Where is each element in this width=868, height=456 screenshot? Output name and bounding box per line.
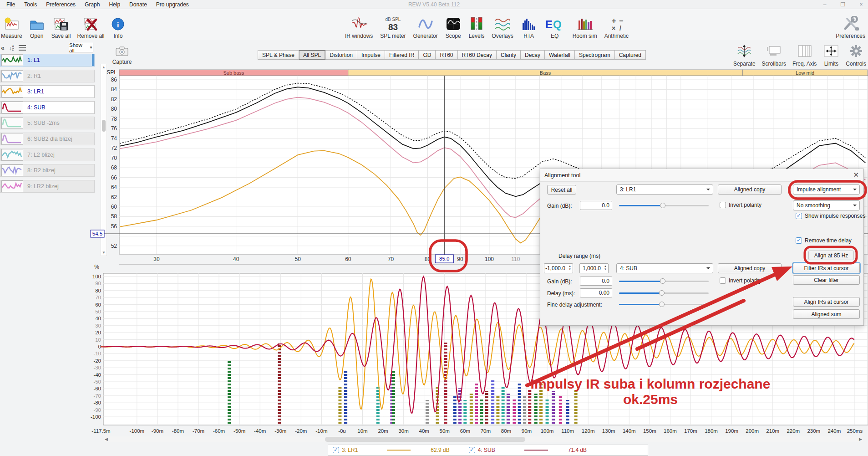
toolbar-overlays-button[interactable]: Overlays xyxy=(492,12,513,39)
toolbar-remove-all-button[interactable]: Remove all xyxy=(77,12,104,39)
menu-tools[interactable]: Tools xyxy=(20,1,41,8)
list-menu-icon[interactable] xyxy=(19,45,26,51)
tab-captured[interactable]: Captured xyxy=(615,50,646,60)
menu-help[interactable]: Help xyxy=(104,1,125,8)
svg-text:58: 58 xyxy=(111,213,117,220)
menu-preferences[interactable]: Preferences xyxy=(41,1,80,8)
filter-irs-at-cursor-button[interactable]: Filter IRs at cursor xyxy=(793,263,860,273)
clear-filter-button[interactable]: Clear filter xyxy=(793,275,860,285)
tab-impulse[interactable]: Impulse xyxy=(357,50,385,60)
toolbar-ir-windows-button[interactable]: IR windows xyxy=(345,12,373,39)
measurement-list-scrollbar[interactable]: ▲ ▼ xyxy=(101,64,107,256)
scroll-right-icon[interactable]: ▶ xyxy=(859,437,862,441)
tab-rt60[interactable]: RT60 xyxy=(436,50,457,60)
tab-decay[interactable]: Decay xyxy=(521,50,545,60)
toolbar-rta-button[interactable]: RTA xyxy=(521,12,537,39)
measurement-label: 3: LR1 xyxy=(27,88,44,95)
measurement-item-1[interactable]: 1: L1 xyxy=(0,54,95,67)
smoothing-select[interactable]: No smoothing xyxy=(793,200,860,210)
aligned-sum-button[interactable]: Aligned sum xyxy=(793,309,860,319)
gain1-input[interactable]: 0.0 xyxy=(580,201,612,210)
tab-waterfall[interactable]: Waterfall xyxy=(545,50,575,60)
dialog-close-icon[interactable]: ✕ xyxy=(853,171,859,179)
collapse-panel-icon[interactable]: « xyxy=(1,44,5,51)
limits-button[interactable]: Limits xyxy=(823,44,839,67)
freq-axis-button[interactable]: Freq. Axis xyxy=(792,44,817,67)
delay-slider[interactable] xyxy=(619,290,709,296)
fine-delay-slider[interactable] xyxy=(619,301,709,307)
tab-all-spl[interactable]: All SPL xyxy=(299,50,325,60)
scroll-down-icon[interactable]: ▼ xyxy=(101,251,107,255)
legend-checkbox[interactable] xyxy=(333,447,339,453)
measurement-item-9[interactable]: 9: LR2 blizej xyxy=(0,180,95,193)
trace2-select[interactable]: 4: SUB xyxy=(616,263,713,273)
sort-icon[interactable]: ↓AZ xyxy=(9,45,14,51)
measurement-item-7[interactable]: 7: L2 blizej xyxy=(0,149,95,161)
time-axis-scrollbar[interactable]: ◀ ▶ xyxy=(104,436,863,442)
measurement-item-3[interactable]: 3: LR1 xyxy=(0,85,95,98)
align-irs-at-cursor-button[interactable]: Align IRs at cursor xyxy=(793,297,860,307)
delay-max-spinner[interactable]: 1,000.0 ▲▼ xyxy=(579,263,609,273)
tab-rt60-decay[interactable]: RT60 Decay xyxy=(458,50,497,60)
toolbar-levels-button[interactable]: 0369Levels xyxy=(469,12,485,39)
tab-spl-phase[interactable]: SPL & Phase xyxy=(258,50,299,60)
show-all-dropdown[interactable]: Show all▼ xyxy=(69,43,93,52)
toolbar-open-button[interactable]: Open xyxy=(29,12,45,39)
dialog-title-bar[interactable]: Alignment tool ✕ xyxy=(540,169,863,182)
tab-gd[interactable]: GD xyxy=(419,50,436,60)
reset-all-button[interactable]: Reset all xyxy=(547,185,576,195)
measurement-item-6[interactable]: 6: SUB2 dla blizej xyxy=(0,133,95,145)
toolbar-generator-button[interactable]: Generator xyxy=(413,12,438,39)
remove-time-delay-checkbox[interactable] xyxy=(796,237,802,244)
menu-pro-upgrades[interactable]: Pro upgrades xyxy=(152,1,193,8)
close-icon[interactable]: × xyxy=(858,1,864,8)
invert-polarity1-checkbox[interactable] xyxy=(720,202,726,208)
toolbar-save-all-button[interactable]: Save all xyxy=(51,12,71,39)
remove-time-delay-row[interactable]: Remove time delay xyxy=(796,237,852,244)
restore-icon[interactable]: ❐ xyxy=(840,1,846,8)
separate-button[interactable]: Separate xyxy=(733,44,756,67)
delay-min-spinner[interactable]: -1,000.0 ▲▼ xyxy=(544,263,573,273)
tab-distortion[interactable]: Distortion xyxy=(325,50,357,60)
tab-filtered-ir[interactable]: Filtered IR xyxy=(385,50,419,60)
toolbar-eq-button[interactable]: EQEQ xyxy=(544,12,565,39)
legend-checkbox[interactable] xyxy=(469,447,475,453)
toolbar-preferences-button[interactable]: Preferences xyxy=(836,12,865,39)
toolbar-info-button[interactable]: iInfo xyxy=(111,12,125,39)
menu-donate[interactable]: Donate xyxy=(125,1,152,8)
scroll-left-icon[interactable]: ◀ xyxy=(105,437,108,441)
show-impulse-responses-row[interactable]: Show impulse responses xyxy=(796,213,865,219)
minimize-icon[interactable]: – xyxy=(822,1,828,8)
tab-clarity[interactable]: Clarity xyxy=(497,50,521,60)
measurement-item-2[interactable]: 2: R1 xyxy=(0,70,95,82)
gain2-slider[interactable] xyxy=(619,278,709,284)
show-impulse-responses-checkbox[interactable] xyxy=(796,213,802,219)
tab-spectrogram[interactable]: Spectrogram xyxy=(575,50,615,60)
scroll-up-icon[interactable]: ▲ xyxy=(101,65,107,69)
toolbar-spl-meter-button[interactable]: dB SPL83SPL meter xyxy=(380,12,406,39)
measurement-item-8[interactable]: 8: R2 blizej xyxy=(0,164,95,177)
measurement-item-4[interactable]: 4: SUB xyxy=(0,101,95,114)
trace1-select[interactable]: 3: LR1 xyxy=(616,184,713,195)
alignment-mode-select[interactable]: Impulse alignment xyxy=(793,184,860,195)
scrollbar-thumb[interactable] xyxy=(325,437,525,442)
delay-input[interactable]: 0.00 xyxy=(580,288,612,297)
gain2-input[interactable]: 0.0 xyxy=(580,277,612,286)
gain1-slider[interactable] xyxy=(619,202,709,209)
measurement-item-5[interactable]: 5: SUB -2ms xyxy=(0,117,95,129)
aligned-copy2-button[interactable]: Aligned copy xyxy=(718,263,782,273)
toolbar-arithmetic-button[interactable]: +−×/Arithmetic xyxy=(604,12,629,39)
aligned-copy1-button[interactable]: Aligned copy xyxy=(718,184,782,195)
capture-button[interactable]: Capture xyxy=(109,46,135,65)
toolbar-scope-button[interactable]: Scope xyxy=(445,12,462,39)
align-at-85hz-button[interactable]: Align at 85 Hz xyxy=(808,251,854,260)
invert-polarity1-row[interactable]: Invert polarity xyxy=(720,202,761,208)
menu-graph[interactable]: Graph xyxy=(80,1,104,8)
scrollbars-button[interactable]: Scrollbars xyxy=(762,44,786,67)
toolbar-room-sim-button[interactable]: Room sim xyxy=(573,12,597,39)
controls-button[interactable]: Controls xyxy=(846,44,866,67)
invert-polarity2-checkbox[interactable] xyxy=(720,277,726,284)
invert-polarity2-row[interactable]: Invert polarity xyxy=(720,277,761,284)
menu-file[interactable]: File xyxy=(2,1,20,8)
toolbar-measure-button[interactable]: Measure xyxy=(1,12,22,39)
